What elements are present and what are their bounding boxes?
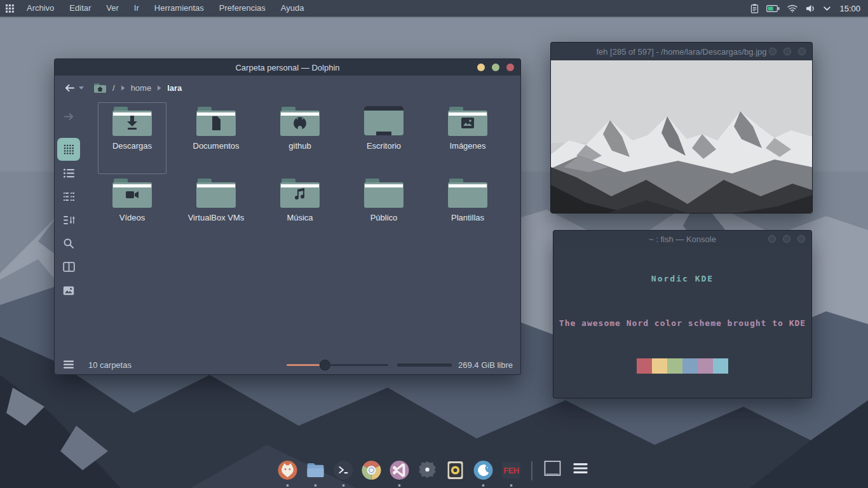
zoom-slider-track [330,364,388,366]
running-indicator [398,484,401,487]
palette-swatch-5 [713,358,728,374]
folder-icon [280,177,320,208]
music-player-icon[interactable] [444,456,468,487]
folder-item-github[interactable]: github [266,102,334,174]
folder-item-escritorio[interactable]: Escritorio [349,102,418,174]
menu-item-archivo[interactable]: Archivo [19,0,62,17]
free-space-label: 269.4 GiB libre [458,360,513,370]
folder-item-plantillas[interactable]: Plantillas [433,174,502,246]
show-desktop-icon[interactable] [541,456,565,484]
volume-icon[interactable] [805,4,816,13]
konsole-window: ~ : fish — Konsole Nordic KDE The awesom… [553,230,812,398]
forward-icon[interactable] [57,105,80,128]
palette-swatch-0 [637,358,652,374]
close-button[interactable] [797,235,805,243]
dock-separator [532,461,532,480]
breadcrumb-segment-lara[interactable]: lara [167,83,182,93]
close-button[interactable] [506,64,514,71]
hamburger-menu-icon[interactable] [64,360,74,369]
breadcrumb: homelara [121,83,182,93]
menu-item-ir[interactable]: Ir [126,0,147,17]
preview-icon[interactable] [57,279,80,302]
chevron-down-icon[interactable] [823,6,831,11]
folder-item-música[interactable]: Música [266,174,334,246]
grid-view-icon[interactable] [57,138,80,161]
clipboard-icon[interactable] [750,3,759,14]
feh-icon[interactable]: FEH [499,456,524,487]
folder-label: Documentos [193,141,240,151]
app-launcher-icon[interactable] [0,0,19,17]
palette-swatch-3 [682,358,698,374]
sort-icon[interactable] [57,208,80,231]
menu-item-preferencias[interactable]: Preferencias [212,0,273,17]
folder-item-virtualbox-vms[interactable]: VirtualBox VMs [182,174,250,246]
night-app-icon[interactable] [471,456,496,487]
palette-swatch-1 [652,358,667,374]
minimize-button[interactable] [768,235,776,243]
split-view-icon[interactable] [57,255,80,278]
folder-icon [363,177,404,208]
menu-item-editar[interactable]: Editar [62,0,98,17]
vscode-icon[interactable] [388,456,412,487]
folder-icon [447,177,488,208]
chrome-icon[interactable] [360,456,384,487]
folder-count-label: 10 carpetas [88,360,132,370]
dolphin-titlebar[interactable]: Carpeta personal — Dolphin [55,59,520,76]
zoom-slider[interactable] [287,359,388,370]
breadcrumb-segment-home[interactable]: home [131,83,152,93]
file-manager-icon[interactable] [304,456,328,487]
dolphin-statusbar: 10 carpetas 269.4 GiB libre [55,355,520,374]
maximize-button[interactable] [783,48,791,55]
list-view-icon[interactable] [57,161,80,184]
firefox-icon[interactable] [276,456,300,487]
folder-label: Música [287,213,313,222]
nord-color-palette [553,358,811,374]
running-indicator [315,484,317,487]
settings-icon[interactable] [416,456,440,487]
dock-menu-icon[interactable] [569,456,593,483]
wifi-icon[interactable] [787,4,798,13]
back-icon[interactable] [64,83,76,93]
window-controls [477,59,514,76]
home-folder-icon[interactable] [93,83,107,93]
dolphin-view-toolbar [55,100,83,355]
terminal-output[interactable]: Nordic KDE The awesome Nord color scheme… [553,247,811,398]
maximize-button[interactable] [492,64,499,71]
battery-icon[interactable] [766,4,780,13]
minimize-button[interactable] [769,48,776,55]
window-controls [768,231,805,247]
dolphin-main: DescargasDocumentosgithubEscritorioImáge… [55,100,520,355]
menu-item-herramientas[interactable]: Herramientas [147,0,212,17]
folder-label: VirtualBox VMs [188,213,245,222]
feh-window-title: feh [285 of 597] - /home/lara/Descargas/… [596,47,766,57]
menu-item-ayuda[interactable]: Ayuda [273,0,312,17]
compact-view-icon[interactable] [57,185,80,208]
running-indicator [342,484,345,487]
folder-icon [196,105,236,137]
palette-swatch-2 [667,358,682,374]
konsole-titlebar[interactable]: ~ : fish — Konsole [553,231,811,247]
minimize-button[interactable] [477,64,485,71]
folder-icon [112,105,153,137]
terminal-icon[interactable] [332,456,356,487]
crumb-separator-icon [157,85,161,91]
maximize-button[interactable] [783,235,790,243]
folder-item-público[interactable]: Público [349,174,418,246]
breadcrumb-root[interactable]: / [112,83,115,93]
folder-item-descargas[interactable]: Descargas [98,102,166,174]
caret-down-icon[interactable] [79,86,84,90]
folder-label: github [288,141,311,151]
folder-label: Vídeos [119,213,145,222]
zoom-slider-handle[interactable] [320,360,330,370]
folder-item-documentos[interactable]: Documentos [182,102,250,174]
menu-item-ver[interactable]: Ver [98,0,126,17]
folder-item-imágenes[interactable]: Imágenes [433,102,502,174]
search-icon[interactable] [57,232,80,255]
feh-titlebar[interactable]: feh [285 of 597] - /home/lara/Descargas/… [551,43,812,60]
close-button[interactable] [798,48,806,55]
konsole-window-title: ~ : fish — Konsole [649,234,716,244]
running-indicator [287,484,289,487]
running-indicator [482,484,485,487]
folder-item-vídeos[interactable]: Vídeos [98,174,166,246]
dolphin-location-toolbar: / homelara [55,76,520,100]
